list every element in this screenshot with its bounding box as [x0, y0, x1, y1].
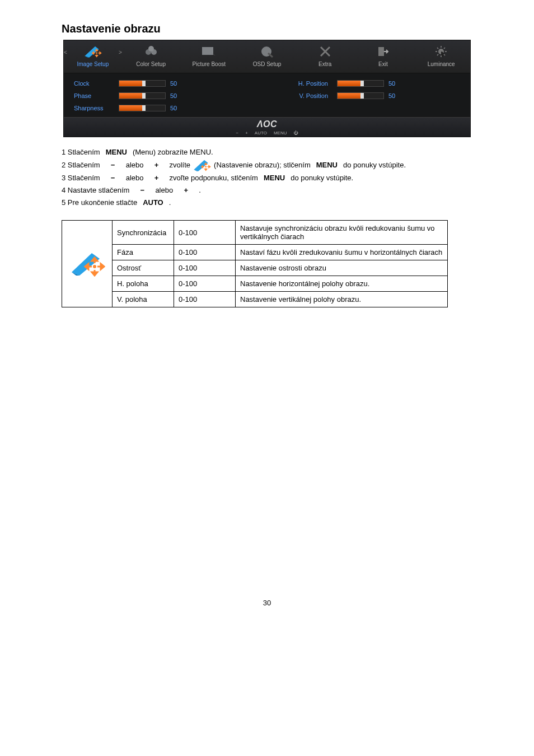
- slider[interactable]: [119, 80, 166, 87]
- text: 3 Stlačením: [62, 172, 100, 184]
- table-cell-desc: Nastavenie vertikálnej polohy obrazu.: [236, 292, 448, 307]
- image-setup-icon: [69, 250, 105, 277]
- table-cell-name: Fáza: [113, 245, 174, 260]
- table-row: V. poloha 0-100 Nastavenie vertikálnej p…: [62, 292, 448, 307]
- chevron-left-icon: <: [64, 49, 67, 55]
- minus-icon[interactable]: −: [236, 130, 239, 136]
- tab-image-setup[interactable]: <: [64, 40, 122, 73]
- tab-label: Color Setup: [136, 61, 166, 67]
- svg-marker-3: [100, 52, 101, 54]
- text: alebo: [126, 159, 144, 171]
- svg-point-38: [205, 166, 207, 167]
- text: zvolíte: [169, 159, 190, 171]
- text: (Menu) zobrazíte MENU.: [133, 146, 213, 158]
- table-cell-range: 0-100: [174, 245, 236, 260]
- osd-item-value: 50: [388, 80, 405, 87]
- osd-item-label: V. Position: [266, 92, 332, 99]
- tab-label: Extra: [318, 61, 331, 67]
- instructions: 1 Stlačením MENU (Menu) zobrazíte MENU. …: [62, 146, 472, 209]
- minus-key: −: [132, 186, 153, 195]
- picture-boost-icon: [201, 46, 217, 57]
- table-row: Ostrosť 0-100 Nastavenie ostrosti obrazu: [62, 260, 448, 276]
- auto-button-label[interactable]: AUTO: [255, 130, 267, 136]
- osd-row-clock[interactable]: Clock 50: [74, 80, 266, 87]
- menu-key: MENU: [102, 148, 130, 157]
- brand-logo: ΛOC: [257, 119, 277, 129]
- table-cell-desc: Nastavenie ostrosti obrazu: [236, 260, 448, 276]
- svg-marker-9: [96, 55, 98, 57]
- tab-label: Luminance: [428, 61, 455, 67]
- osd-item-value: 50: [170, 92, 187, 99]
- tab-exit[interactable]: Exit: [354, 40, 413, 73]
- osd-tabs: <: [64, 40, 470, 73]
- slider[interactable]: [119, 92, 166, 99]
- text: 2 Stlačením: [62, 159, 100, 171]
- osd-panel: <: [63, 40, 471, 137]
- osd-row-sharpness[interactable]: Sharpness 50: [74, 105, 266, 111]
- tab-luminance[interactable]: Luminance: [412, 40, 470, 73]
- table-row: H. poloha 0-100 Nastavenie horizontálnej…: [62, 276, 448, 292]
- text: (Nastavenie obrazu); stlčením: [214, 159, 311, 171]
- osd-item-label: H. Position: [266, 80, 332, 87]
- instruction-step-2: 2 Stlačením − alebo + zvolíte (Nastaveni…: [62, 158, 472, 172]
- instruction-step-4: 4 Nastavte stlačením − alebo + .: [62, 184, 472, 197]
- plus-key: +: [146, 174, 167, 183]
- osd-row-phase[interactable]: Phase 50: [74, 92, 266, 99]
- slider[interactable]: [337, 92, 384, 99]
- text: zvoľte podponuku, stlčením: [169, 172, 257, 184]
- tab-picture-boost[interactable]: Picture Boost: [180, 40, 238, 73]
- settings-table: Synchronizácia 0-100 Nastavuje synchroni…: [62, 220, 448, 307]
- section-heading: Nastavenie obrazu: [62, 22, 534, 35]
- menu-key: MENU: [260, 174, 288, 183]
- svg-line-24: [437, 48, 438, 49]
- svg-rect-18: [378, 47, 384, 56]
- instruction-step-5: 5 Pre ukončenie stlačte AUTO .: [62, 197, 472, 209]
- svg-marker-31: [209, 166, 210, 168]
- tab-extra[interactable]: Extra: [296, 40, 354, 73]
- table-cell-name: H. poloha: [113, 276, 174, 292]
- osd-row-h-position[interactable]: H. Position 50: [266, 80, 459, 87]
- menu-button-label[interactable]: MENU: [274, 130, 287, 136]
- osd-setup-icon: [260, 45, 274, 58]
- table-cell-range: 0-100: [174, 292, 236, 307]
- table-cell-range: 0-100: [174, 260, 236, 276]
- table-cell-desc: Nastaví fázu kvôli zredukovaniu šumu v h…: [236, 245, 448, 260]
- auto-key: AUTO: [139, 198, 167, 207]
- menu-key: MENU: [313, 161, 341, 170]
- text: do ponuky vstúpite.: [291, 172, 353, 184]
- text: alebo: [155, 184, 173, 197]
- minus-key: −: [102, 161, 124, 170]
- tab-label: OSD Setup: [253, 61, 282, 67]
- slider[interactable]: [337, 80, 384, 87]
- table-cell-range: 0-100: [174, 276, 236, 292]
- svg-point-13: [148, 46, 154, 52]
- power-icon[interactable]: ⏻: [293, 130, 298, 136]
- text: .: [199, 184, 201, 197]
- image-setup-icon: [193, 158, 212, 172]
- svg-point-49: [93, 265, 96, 268]
- image-setup-icon: [83, 45, 103, 58]
- svg-marker-42: [101, 264, 104, 269]
- osd-footer: ΛOC − + AUTO MENU ⏻: [64, 117, 470, 137]
- luminance-icon: [434, 45, 448, 58]
- svg-marker-37: [205, 169, 207, 171]
- text: alebo: [126, 172, 144, 184]
- table-cell-range: 0-100: [174, 221, 236, 245]
- table-row: Synchronizácia 0-100 Nastavuje synchroni…: [62, 221, 448, 245]
- table-cell-name: Ostrosť: [113, 260, 174, 276]
- tab-osd-setup[interactable]: OSD Setup: [238, 40, 296, 73]
- tab-color-setup[interactable]: Color Setup: [122, 40, 180, 73]
- text: do ponuky vstúpite.: [343, 159, 406, 171]
- exit-icon: [377, 45, 389, 58]
- osd-body: Clock 50 Phase 50 Sharpness 50 H. Posit: [64, 73, 470, 117]
- plus-icon[interactable]: +: [245, 130, 248, 136]
- minus-key: −: [102, 174, 124, 183]
- instruction-step-1: 1 Stlačením MENU (Menu) zobrazíte MENU.: [62, 146, 472, 158]
- tab-label: Exit: [378, 61, 388, 67]
- osd-row-v-position[interactable]: V. Position 50: [266, 92, 459, 99]
- svg-marker-48: [92, 272, 97, 276]
- slider[interactable]: [119, 105, 166, 111]
- page-number: 30: [0, 599, 534, 618]
- table-cell-name: Synchronizácia: [113, 221, 174, 245]
- tab-label: Picture Boost: [193, 61, 226, 67]
